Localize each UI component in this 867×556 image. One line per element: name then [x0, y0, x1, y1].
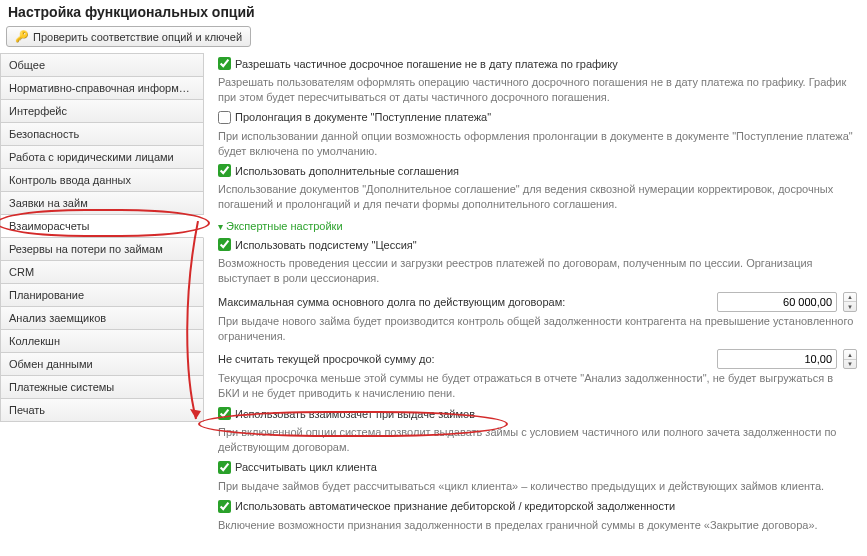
option-prolongation-checkbox[interactable] — [218, 111, 231, 124]
sidebar-item-label: Платежные системы — [9, 381, 114, 393]
expert-settings-toggle[interactable]: ▾ Экспертные настройки — [218, 220, 343, 232]
option-client-cycle-checkbox[interactable] — [218, 461, 231, 474]
sidebar-item-collection[interactable]: Коллекшн — [0, 330, 204, 353]
option-label: Рассчитывать цикл клиента — [235, 461, 377, 473]
ignore-overdue-threshold-spinner[interactable]: ▲▼ — [843, 349, 857, 369]
sidebar-item-label: CRM — [9, 266, 34, 278]
field-label: Максимальная сумма основного долга по де… — [218, 296, 565, 308]
spinner-down-icon[interactable]: ▼ — [844, 302, 856, 311]
field-label: Не считать текущей просрочкой сумму до: — [218, 353, 435, 365]
sidebar-item-label: Печать — [9, 404, 45, 416]
option-partial-early-repay[interactable]: Разрешать частичное досрочное погашение … — [218, 57, 618, 70]
ignore-overdue-threshold-input[interactable] — [717, 349, 837, 369]
sidebar-item-nsi[interactable]: Нормативно-справочная информация — [0, 77, 204, 100]
sidebar-item-label: Работа с юридическими лицами — [9, 151, 174, 163]
spinner-down-icon[interactable]: ▼ — [844, 360, 856, 369]
option-prolongation[interactable]: Пролонгация в документе "Поступление пла… — [218, 111, 491, 124]
field-ignore-overdue-threshold-desc: Текущая просрочка меньше этой суммы не б… — [218, 371, 857, 401]
sidebar-item-label: Контроль ввода данных — [9, 174, 131, 186]
toolbar: 🔑 Проверить соответствие опций и ключей — [0, 24, 867, 53]
option-partial-early-repay-checkbox[interactable] — [218, 57, 231, 70]
option-additional-agreements-checkbox[interactable] — [218, 164, 231, 177]
option-auto-debt-ack-desc: Включение возможности признания задолжен… — [218, 518, 857, 533]
sidebar-item-label: Заявки на займ — [9, 197, 88, 209]
option-offset-on-loan-issue-desc: При включенной опции система позволит вы… — [218, 425, 857, 455]
sidebar-item-label: Взаиморасчеты — [9, 220, 89, 232]
option-label: Использовать автоматическое признание де… — [235, 500, 675, 512]
sidebar-item-print[interactable]: Печать — [0, 399, 204, 422]
option-auto-debt-ack-checkbox[interactable] — [218, 500, 231, 513]
sidebar-item-borrower-analysis[interactable]: Анализ заемщиков — [0, 307, 204, 330]
field-max-principal-debt: Максимальная сумма основного долга по де… — [218, 292, 857, 312]
spinner-up-icon[interactable]: ▲ — [844, 350, 856, 360]
sidebar-item-crm[interactable]: CRM — [0, 261, 204, 284]
field-max-principal-debt-desc: При выдаче нового займа будет производит… — [218, 314, 857, 344]
sidebar-item-general[interactable]: Общее — [0, 54, 204, 77]
option-auto-debt-ack[interactable]: Использовать автоматическое признание де… — [218, 500, 675, 513]
sidebar-item-label: Нормативно-справочная информация — [9, 82, 203, 94]
spinner-up-icon[interactable]: ▲ — [844, 293, 856, 303]
sidebar-item-settlements[interactable]: Взаиморасчеты — [0, 215, 204, 238]
sidebar-item-interface[interactable]: Интерфейс — [0, 100, 204, 123]
sidebar-item-loan-requests[interactable]: Заявки на займ — [0, 192, 204, 215]
check-options-label: Проверить соответствие опций и ключей — [33, 31, 242, 43]
sidebar-item-label: Общее — [9, 59, 45, 71]
max-principal-debt-spinner[interactable]: ▲▼ — [843, 292, 857, 312]
sidebar-item-label: Безопасность — [9, 128, 79, 140]
option-cession-desc: Возможность проведения цессии и загрузки… — [218, 256, 857, 286]
sidebar-item-label: Анализ заемщиков — [9, 312, 106, 324]
sidebar-item-input-control[interactable]: Контроль ввода данных — [0, 169, 204, 192]
option-prolongation-desc: При использовании данной опции возможнос… — [218, 129, 857, 159]
option-partial-early-repay-desc: Разрешать пользователям оформлять операц… — [218, 75, 857, 105]
option-additional-agreements-desc: Использование документов "Дополнительное… — [218, 182, 857, 212]
option-label: Разрешать частичное досрочное погашение … — [235, 58, 618, 70]
option-offset-on-loan-issue-checkbox[interactable] — [218, 407, 231, 420]
max-principal-debt-input[interactable] — [717, 292, 837, 312]
sidebar-item-label: Интерфейс — [9, 105, 67, 117]
sidebar: Общее Нормативно-справочная информация И… — [0, 53, 204, 422]
sidebar-item-planning[interactable]: Планирование — [0, 284, 204, 307]
option-client-cycle[interactable]: Рассчитывать цикл клиента — [218, 461, 377, 474]
key-icon: 🔑 — [15, 30, 29, 43]
sidebar-item-data-exchange[interactable]: Обмен данными — [0, 353, 204, 376]
expert-settings-label: Экспертные настройки — [226, 220, 343, 232]
sidebar-item-security[interactable]: Безопасность — [0, 123, 204, 146]
sidebar-item-reserves[interactable]: Резервы на потери по займам — [0, 238, 204, 261]
chevron-down-icon: ▾ — [218, 221, 223, 232]
sidebar-item-label: Обмен данными — [9, 358, 93, 370]
sidebar-item-label: Коллекшн — [9, 335, 60, 347]
option-label: Использовать подсистему "Цессия" — [235, 239, 417, 251]
sidebar-item-payment-systems[interactable]: Платежные системы — [0, 376, 204, 399]
option-label: Пролонгация в документе "Поступление пла… — [235, 111, 491, 123]
option-cession-checkbox[interactable] — [218, 238, 231, 251]
sidebar-item-label: Планирование — [9, 289, 84, 301]
sidebar-item-label: Резервы на потери по займам — [9, 243, 163, 255]
page-title: Настройка функциональных опций — [0, 0, 867, 24]
sidebar-item-legal[interactable]: Работа с юридическими лицами — [0, 146, 204, 169]
check-options-button[interactable]: 🔑 Проверить соответствие опций и ключей — [6, 26, 251, 47]
option-cession[interactable]: Использовать подсистему "Цессия" — [218, 238, 417, 251]
field-ignore-overdue-threshold: Не считать текущей просрочкой сумму до: … — [218, 349, 857, 369]
option-additional-agreements[interactable]: Использовать дополнительные соглашения — [218, 164, 459, 177]
option-label: Использовать дополнительные соглашения — [235, 165, 459, 177]
option-client-cycle-desc: При выдаче займов будет рассчитываться «… — [218, 479, 857, 494]
option-label: Использовать взаимозачет при выдаче займ… — [235, 408, 475, 420]
content-panel: Разрешать частичное досрочное погашение … — [204, 53, 867, 549]
option-offset-on-loan-issue[interactable]: Использовать взаимозачет при выдаче займ… — [218, 407, 475, 420]
